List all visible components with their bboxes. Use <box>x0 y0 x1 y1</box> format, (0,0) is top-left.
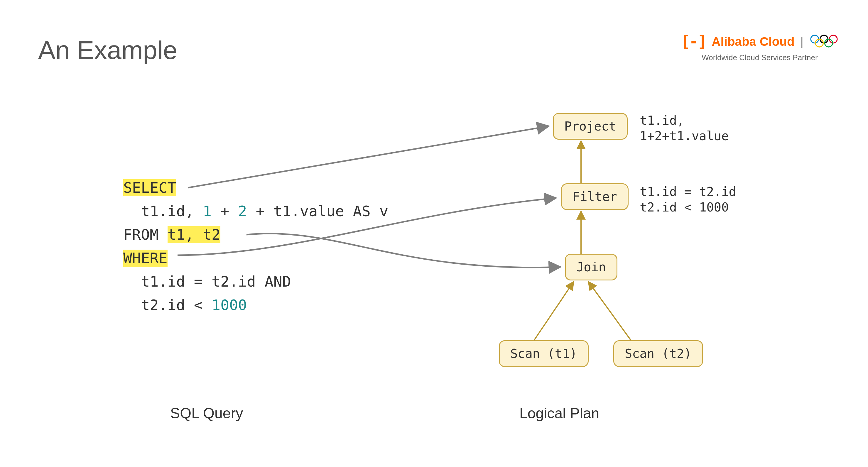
olympic-rings-icon <box>809 34 839 50</box>
svg-line-8 <box>588 282 631 340</box>
plan-node-scan-t2: Scan (t2) <box>613 340 703 367</box>
sql-from-keyword: FROM <box>123 226 167 243</box>
sql-query-label: SQL Query <box>170 405 243 422</box>
sql-select-expr-p2: + t1.value AS v <box>247 203 388 220</box>
sql-literal-2: 2 <box>238 203 247 220</box>
sql-from-tables: t1, t2 <box>167 226 221 243</box>
alibaba-cloud-name: Alibaba Cloud <box>712 35 794 49</box>
sql-where-line2-pre: t2.id < <box>123 297 212 314</box>
slide-title: An Example <box>38 35 177 65</box>
plan-node-project: Project <box>553 113 628 139</box>
plan-node-scan-t1: Scan (t1) <box>499 340 589 367</box>
sql-query-code: SELECT t1.id, 1 + 2 + t1.value AS v FROM… <box>123 176 388 317</box>
sql-literal-1000: 1000 <box>212 297 247 314</box>
plan-node-filter: Filter <box>561 183 628 210</box>
alibaba-bracket-icon: [-] <box>681 32 706 51</box>
plan-node-join: Join <box>565 254 617 280</box>
sql-plus-1: + <box>212 203 238 220</box>
plan-annot-filter: t1.id = t2.id t2.id < 1000 <box>640 184 736 215</box>
logo-tagline: Worldwide Cloud Services Partner <box>681 53 839 62</box>
sql-select-expr-p1: t1.id, <box>141 203 203 220</box>
sql-where-line1: t1.id = t2.id AND <box>123 273 291 290</box>
sql-literal-1: 1 <box>203 203 212 220</box>
sql-select-keyword: SELECT <box>123 179 176 196</box>
plan-annot-project: t1.id, 1+2+t1.value <box>640 113 728 144</box>
logo-area: [-] Alibaba Cloud | Worldwide Cloud Serv… <box>681 32 839 62</box>
logical-plan-label: Logical Plan <box>519 405 599 422</box>
sql-where-keyword: WHERE <box>123 250 167 267</box>
svg-line-7 <box>534 282 574 340</box>
sql-indent <box>123 203 141 220</box>
logo-separator: | <box>801 35 803 48</box>
